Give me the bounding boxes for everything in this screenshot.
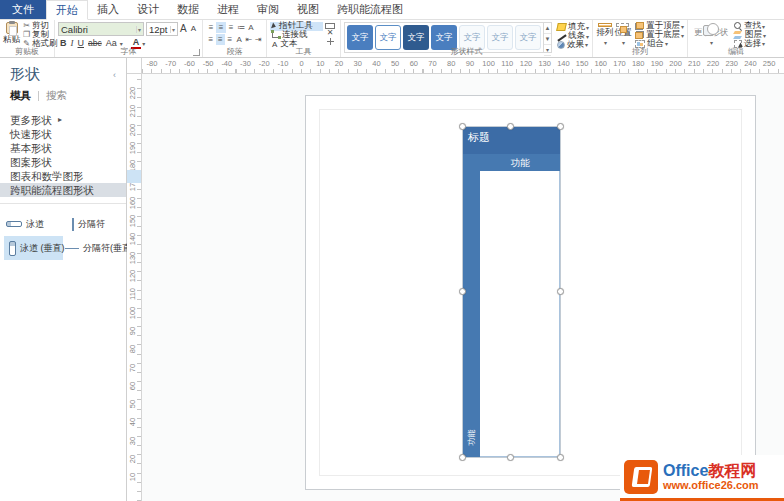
grow-font-button[interactable]: A bbox=[178, 23, 189, 35]
ribbon-tab[interactable]: 审阅 bbox=[248, 0, 288, 19]
swimlane-title-bar[interactable]: 标题 bbox=[463, 127, 560, 154]
align-top-icon[interactable]: ≡ bbox=[206, 22, 216, 33]
stencil-list-item[interactable]: 跨职能流程图形状 bbox=[0, 183, 126, 197]
layers-icon bbox=[734, 31, 743, 39]
ruler-label: 170 bbox=[610, 59, 630, 68]
ruler-label: -70 bbox=[161, 59, 181, 68]
ribbon-tab[interactable]: 数据 bbox=[168, 0, 208, 19]
align-middle-icon[interactable]: ≡ bbox=[216, 22, 226, 33]
ruler-label: 210 bbox=[128, 103, 138, 119]
stencil-shape[interactable]: 分隔符 bbox=[63, 212, 122, 236]
ruler-label: 150 bbox=[128, 213, 138, 229]
stencil-list: 更多形状快速形状基本形状图案形状图表和数学图形跨职能流程图形状 bbox=[0, 113, 126, 197]
ribbon-tab[interactable]: 文件 bbox=[0, 0, 46, 19]
send-back-icon bbox=[635, 31, 644, 39]
tab-separator bbox=[38, 91, 39, 101]
align-center-icon[interactable]: ≡ bbox=[216, 34, 226, 45]
clipboard-icon bbox=[6, 22, 18, 34]
ruler-label: 220 bbox=[703, 59, 723, 68]
stencil-shape[interactable]: 分隔符(垂直) bbox=[63, 236, 122, 260]
tools-group: 指针工具 连接线 A文本 ✕ 工具 bbox=[267, 20, 341, 57]
selection-handle[interactable] bbox=[507, 454, 514, 461]
ruler-label: 70 bbox=[128, 360, 138, 376]
ruler-label: 50 bbox=[385, 59, 405, 68]
ruler-label: 180 bbox=[128, 158, 138, 174]
decrease-indent-icon[interactable]: ⇤ bbox=[244, 34, 254, 45]
line-caret-icon bbox=[586, 33, 589, 40]
position-button[interactable]: 位置 bbox=[614, 22, 632, 46]
stencil-list-item[interactable]: 图表和数学图形 bbox=[0, 169, 126, 183]
selection-handle[interactable] bbox=[459, 288, 466, 295]
ruler-label: 200 bbox=[128, 122, 138, 138]
horizontal-ruler[interactable]: -80-70-60-50-40-30-20-100102030405060708… bbox=[142, 58, 784, 74]
line-icon bbox=[557, 32, 566, 40]
stencil-list-item[interactable]: 快速形状 bbox=[0, 127, 126, 141]
vertical-ruler[interactable]: 2202102001901801701601501401301201101009… bbox=[127, 74, 142, 501]
ruler-label: 10 bbox=[128, 469, 138, 485]
arrange-icon bbox=[598, 23, 612, 27]
ruler-label: 90 bbox=[460, 59, 480, 68]
swimlane-side-strip[interactable]: 功能 bbox=[463, 154, 480, 457]
ruler-label: 160 bbox=[591, 59, 611, 68]
change-shape-button[interactable]: 更改形状 bbox=[691, 22, 731, 46]
rotate-text-icon[interactable]: A bbox=[246, 22, 256, 33]
drawing-canvas[interactable]: -80-70-60-50-40-30-20-100102030405060708… bbox=[127, 58, 784, 501]
paste-button[interactable]: 粘贴 bbox=[3, 22, 20, 46]
arrange-group-label: 排列 bbox=[593, 46, 687, 57]
gallery-down-icon[interactable]: ▼ bbox=[544, 34, 551, 45]
selection-handle[interactable] bbox=[507, 123, 514, 130]
ruler-label: 50 bbox=[128, 396, 138, 412]
stencil-list-item[interactable]: 图案形状 bbox=[0, 155, 126, 169]
stencil-shape[interactable]: 泳道 (垂直) bbox=[4, 236, 63, 260]
align-bottom-icon[interactable]: ≡ bbox=[226, 22, 236, 33]
selection-handle[interactable] bbox=[557, 454, 564, 461]
ruler-label: -20 bbox=[254, 59, 274, 68]
selection-handle[interactable] bbox=[557, 123, 564, 130]
stencil-list-item[interactable]: 更多形状 bbox=[0, 113, 126, 127]
ribbon-tab[interactable]: 开始 bbox=[46, 0, 88, 20]
pasteboard[interactable]: 标题 功能 功能 bbox=[142, 74, 784, 501]
selection-handle[interactable] bbox=[557, 288, 564, 295]
ruler-label: 60 bbox=[128, 378, 138, 394]
lane-header[interactable]: 功能 bbox=[480, 154, 560, 171]
selection-handle[interactable] bbox=[459, 454, 466, 461]
ruler-label: 240 bbox=[740, 59, 760, 68]
font-size-combobox[interactable]: 12pt▾ bbox=[146, 22, 178, 36]
bullets-icon[interactable]: ≔ bbox=[236, 22, 246, 33]
align-right-icon[interactable]: ≡ bbox=[225, 34, 235, 45]
connection-point-tool-icon[interactable] bbox=[326, 37, 335, 45]
font-dialog-launcher-icon[interactable] bbox=[193, 49, 200, 56]
ribbon-tab[interactable]: 插入 bbox=[88, 0, 128, 19]
align-left-icon[interactable]: ≡ bbox=[206, 34, 216, 45]
ruler-label: 10 bbox=[310, 59, 330, 68]
editing-group: 更改形状 查找 图层 选择 编辑 bbox=[688, 20, 784, 57]
collapse-panel-icon[interactable]: ‹ bbox=[113, 70, 116, 80]
ruler-label: 90 bbox=[128, 323, 138, 339]
tab-search[interactable]: 搜索 bbox=[46, 89, 67, 103]
shape-styles-group-label: 形状样式 bbox=[341, 46, 592, 57]
ruler-label: -80 bbox=[142, 59, 162, 68]
ruler-label: 200 bbox=[666, 59, 686, 68]
shrink-font-button[interactable]: A bbox=[189, 23, 198, 35]
stencil-shape-icon bbox=[6, 221, 22, 227]
swimlane-shape[interactable]: 标题 功能 功能 bbox=[463, 127, 560, 457]
ruler-label: 0 bbox=[292, 59, 312, 68]
ribbon-tab[interactable]: 视图 bbox=[288, 0, 328, 19]
font-family-combobox[interactable]: Calibri▾ bbox=[58, 22, 144, 36]
ribbon-tab[interactable]: 跨职能流程图 bbox=[328, 0, 412, 19]
ribbon-tab[interactable]: 进程 bbox=[208, 0, 248, 19]
stencil-list-item[interactable]: 基本形状 bbox=[0, 141, 126, 155]
selection-handle[interactable] bbox=[459, 123, 466, 130]
ruler-label: 70 bbox=[423, 59, 443, 68]
tab-stencils[interactable]: 模具 bbox=[10, 89, 31, 103]
connection-point-x-icon[interactable]: ✕ bbox=[327, 29, 334, 37]
gallery-up-icon[interactable]: ▲ bbox=[544, 23, 551, 34]
stencil-shape-icon bbox=[9, 241, 16, 256]
lane-body[interactable] bbox=[480, 171, 560, 457]
ribbon-tab[interactable]: 设计 bbox=[128, 0, 168, 19]
increase-indent-icon[interactable]: ⇥ bbox=[254, 34, 264, 45]
text-direction-icon[interactable]: A bbox=[235, 34, 245, 45]
stencil-shape[interactable]: 泳道 bbox=[4, 212, 63, 236]
ruler-label: 130 bbox=[535, 59, 555, 68]
arrange-button[interactable]: 排列 bbox=[596, 22, 614, 46]
